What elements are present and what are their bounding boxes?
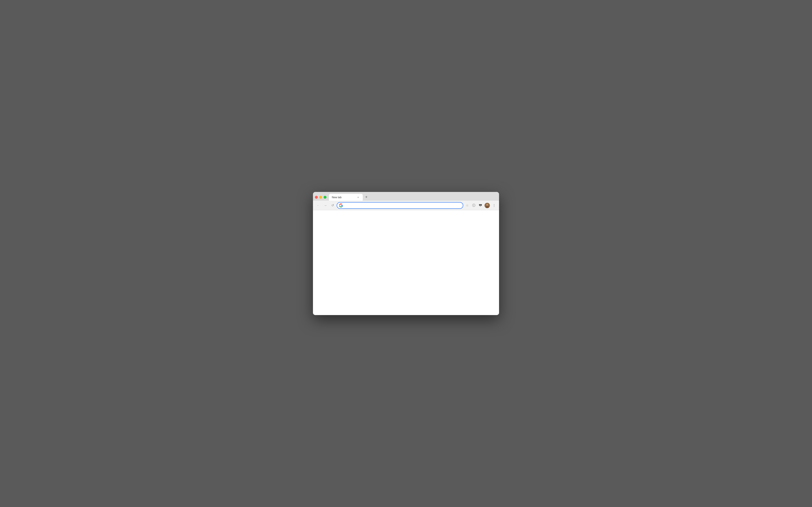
address-bar <box>337 202 463 209</box>
close-button[interactable] <box>315 196 318 199</box>
forward-icon: → <box>324 204 327 207</box>
tab-title: New tab <box>332 196 355 199</box>
reload-icon: ↺ <box>331 204 334 207</box>
svg-point-1 <box>486 204 488 206</box>
tab-bar: New tab × + <box>313 192 499 201</box>
menu-button[interactable]: ⋮ <box>491 202 497 209</box>
toolbar: ← → ↺ ☆ ⓘ <box>313 201 499 210</box>
google-icon <box>339 204 343 207</box>
maximize-button[interactable] <box>323 196 326 199</box>
tab-close-button[interactable]: × <box>356 195 360 199</box>
user-avatar <box>485 203 490 208</box>
reload-button[interactable]: ↺ <box>329 202 336 209</box>
info-button[interactable]: ⓘ <box>470 202 477 209</box>
bookmark-icon: ☆ <box>466 204 469 207</box>
pocket-button[interactable] <box>477 202 484 209</box>
main-content <box>313 210 499 315</box>
info-icon: ⓘ <box>472 203 475 208</box>
active-tab[interactable]: New tab × <box>329 194 363 201</box>
window-controls <box>315 196 326 201</box>
back-button[interactable]: ← <box>315 202 321 209</box>
bookmark-button[interactable]: ☆ <box>464 203 470 208</box>
menu-icon: ⋮ <box>493 204 496 207</box>
toolbar-right-buttons: ☆ ⓘ ⋮ <box>464 202 497 209</box>
pocket-icon <box>479 204 482 207</box>
new-tab-button[interactable]: + <box>363 194 369 200</box>
minimize-button[interactable] <box>319 196 322 199</box>
forward-button[interactable]: → <box>322 202 328 209</box>
browser-window: New tab × + ← → ↺ ☆ <box>313 192 499 315</box>
address-input[interactable] <box>344 204 461 207</box>
avatar-button[interactable] <box>484 202 490 209</box>
back-icon: ← <box>317 204 320 207</box>
